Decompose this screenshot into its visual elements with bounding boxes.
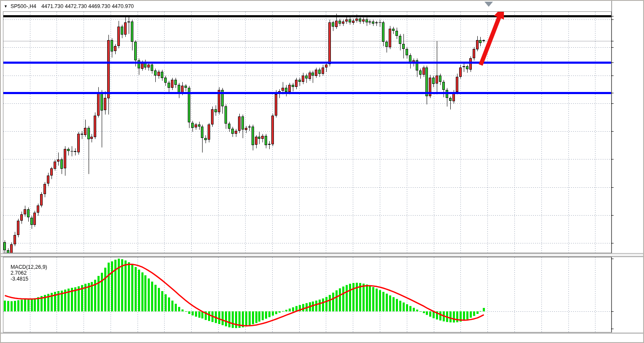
autoscroll-triangle-marker[interactable] (484, 2, 493, 7)
macd-signal-value: -3.4815 (11, 276, 28, 282)
chart-title: ▼ SP500-,H4 4471.730 4472.730 4469.730 4… (4, 3, 134, 10)
macd-indicator-label: MACD(12,26,9) 2.7062 -3.4815 (5, 258, 50, 288)
chart-window: ▼ SP500-,H4 4471.730 4472.730 4469.730 4… (0, 0, 644, 343)
chart-canvas[interactable] (1, 1, 644, 343)
macd-name: MACD(12,26,9) (11, 264, 47, 270)
price-axis[interactable]: 4492.0554464.6654437.2754409.8854382.495… (612, 1, 644, 332)
trend-arrow-annotation[interactable] (478, 3, 507, 66)
symbol-timeframe-label: SP500-,H4 (11, 3, 36, 9)
panel-splitter[interactable] (1, 253, 644, 257)
time-axis[interactable]: 8 Jun 202313 Jun 00:0015 Jun 16:0020 Jun… (1, 333, 644, 343)
ohlc-readout: 4471.730 4472.730 4469.730 4470.970 (41, 3, 134, 9)
macd-main-value: 2.7062 (11, 270, 27, 276)
symbol-dropdown-icon: ▼ (4, 4, 8, 8)
